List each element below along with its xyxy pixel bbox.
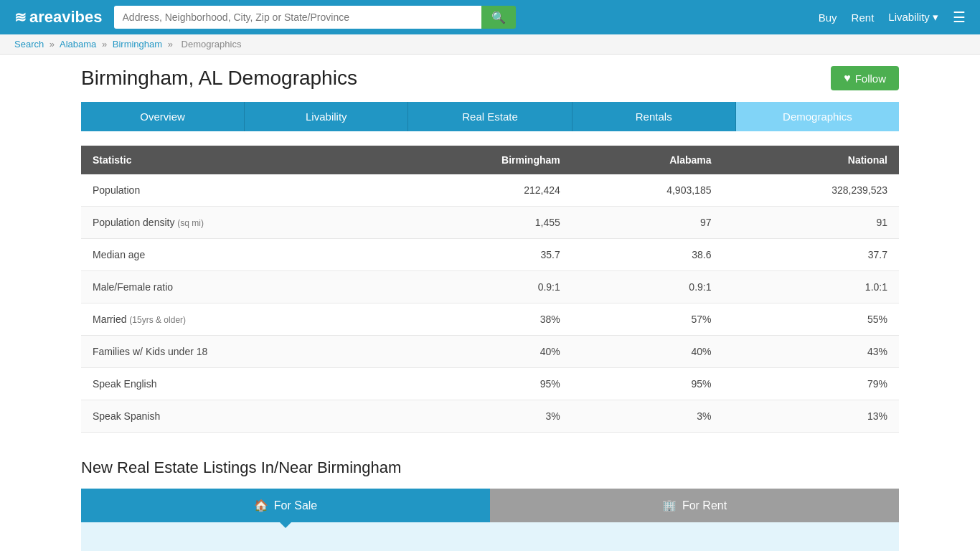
heart-icon: ♥ [844,72,851,85]
stat-label: Families w/ Kids under 18 [93,346,207,357]
alabama-value: 3% [572,400,723,433]
logo-link[interactable]: areavibes [14,8,103,27]
stat-label: Population density [93,217,174,228]
tab-demographics[interactable]: Demographics [736,102,899,131]
breadcrumb-city[interactable]: Birmingham [113,39,162,50]
table-header-row: Statistic Birmingham Alabama National [81,146,899,174]
col-statistic: Statistic [81,146,390,174]
national-value: 43% [722,336,899,368]
stat-label-cell: Speak Spanish [81,400,390,433]
birmingham-value: 40% [390,336,572,368]
table-row: Median age35.738.637.7 [81,239,899,271]
logo-icon [14,8,27,27]
nav-buy[interactable]: Buy [819,11,837,24]
birmingham-value: 0.9:1 [390,271,572,303]
alabama-value: 57% [572,303,723,336]
alabama-value: 95% [572,368,723,400]
for-rent-label: For Rent [682,499,727,512]
stat-label: Married [93,314,126,325]
tab-livability[interactable]: Livability [245,102,408,131]
tab-real-estate[interactable]: Real Estate [408,102,572,131]
national-value: 91 [722,207,899,239]
stat-label: Speak Spanish [93,410,160,422]
alabama-value: 40% [572,336,723,368]
national-value: 328,239,523 [722,174,899,207]
table-row: Speak Spanish3%3%13% [81,400,899,433]
search-bar: 🔍 [114,6,516,29]
site-header: areavibes 🔍 Buy Rent Livability ▾ ☰ [0,0,980,34]
national-value: 79% [722,368,899,400]
alabama-value: 38.6 [572,239,723,271]
listing-tabs: 🏠 For Sale 🏢 For Rent [81,489,899,522]
listings-title: New Real Estate Listings In/Near Birming… [81,458,899,477]
navigation-tabs: Overview Livability Real Estate Rentals … [81,102,899,131]
listing-content [81,522,899,551]
stat-label-cell: Speak English [81,368,390,400]
table-row: Population density (sq mi)1,4559791 [81,207,899,239]
col-national: National [722,146,899,174]
breadcrumb-current: Demographics [182,39,242,50]
breadcrumb-sep-3: » [168,39,173,50]
stat-label: Median age [93,249,145,260]
national-value: 55% [722,303,899,336]
breadcrumb-search[interactable]: Search [14,39,44,50]
stat-label-cell: Married (15yrs & older) [81,303,390,336]
alabama-value: 4,903,185 [572,174,723,207]
table-row: Population212,4244,903,185328,239,523 [81,174,899,207]
search-button[interactable]: 🔍 [481,6,516,29]
title-row: Birmingham, AL Demographics ♥ Follow [81,66,899,90]
stat-label: Speak English [93,378,157,390]
col-birmingham: Birmingham [390,146,572,174]
stat-label-cell: Male/Female ratio [81,271,390,303]
stat-sub: (sq mi) [177,218,204,228]
birmingham-value: 3% [390,400,572,433]
tab-rentals[interactable]: Rentals [573,102,736,131]
listing-tab-for-rent[interactable]: 🏢 For Rent [490,489,899,522]
stat-sub: (15yrs & older) [129,315,186,325]
national-value: 1.0:1 [722,271,899,303]
for-sale-label: For Sale [274,499,317,512]
listing-tab-for-sale[interactable]: 🏠 For Sale [81,489,490,522]
birmingham-value: 1,455 [390,207,572,239]
stat-label-cell: Families w/ Kids under 18 [81,336,390,368]
birmingham-value: 95% [390,368,572,400]
stat-label-cell: Population [81,174,390,207]
table-row: Male/Female ratio0.9:10.9:11.0:1 [81,271,899,303]
table-row: Families w/ Kids under 1840%40%43% [81,336,899,368]
stat-label-cell: Population density (sq mi) [81,207,390,239]
building-icon: 🏢 [662,499,677,512]
page-content: Birmingham, AL Demographics ♥ Follow Ove… [67,55,913,551]
demographics-table: Statistic Birmingham Alabama National Po… [81,146,899,433]
search-input[interactable] [114,6,481,29]
national-value: 37.7 [722,239,899,271]
tab-overview[interactable]: Overview [81,102,245,131]
main-nav: Buy Rent Livability ▾ ☰ [819,9,966,26]
alabama-value: 97 [572,207,723,239]
birmingham-value: 212,424 [390,174,572,207]
breadcrumb-state[interactable]: Alabama [60,39,96,50]
stat-label: Male/Female ratio [93,281,173,293]
stat-label-cell: Median age [81,239,390,271]
house-icon: 🏠 [254,499,268,512]
table-row: Married (15yrs & older)38%57%55% [81,303,899,336]
follow-button[interactable]: ♥ Follow [831,66,899,90]
nav-livability[interactable]: Livability ▾ [888,11,938,24]
breadcrumb-sep-1: » [50,39,55,50]
breadcrumb: Search » Alabama » Birmingham » Demograp… [0,34,980,55]
follow-label: Follow [855,72,886,85]
nav-rent[interactable]: Rent [852,11,875,24]
national-value: 13% [722,400,899,433]
birmingham-value: 38% [390,303,572,336]
hamburger-menu-icon[interactable]: ☰ [953,9,966,26]
col-alabama: Alabama [572,146,723,174]
birmingham-value: 35.7 [390,239,572,271]
page-title: Birmingham, AL Demographics [81,67,357,90]
stat-label: Population [93,184,140,196]
table-row: Speak English95%95%79% [81,368,899,400]
logo-text: areavibes [29,8,103,27]
search-icon: 🔍 [491,11,506,24]
breadcrumb-sep-2: » [102,39,107,50]
alabama-value: 0.9:1 [572,271,723,303]
